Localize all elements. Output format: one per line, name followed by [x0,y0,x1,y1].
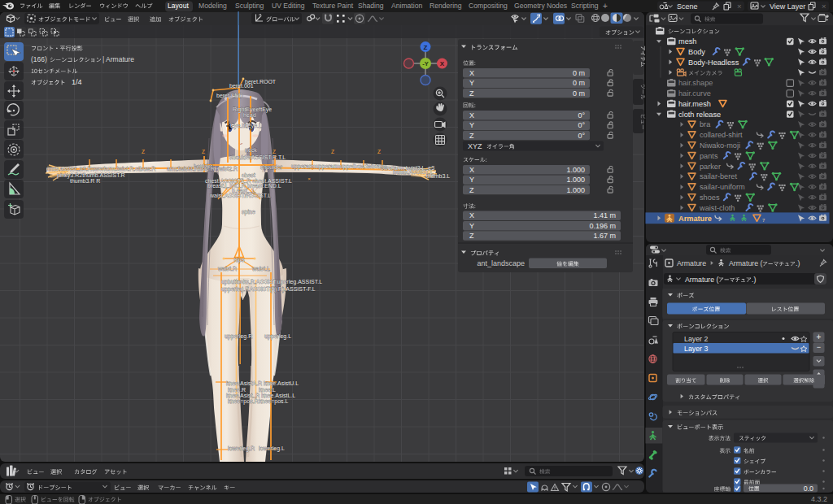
svg-text:Texture Paint: Texture Paint [312,2,354,10]
svg-text:4.3.2: 4.3.2 [811,495,827,503]
svg-text:Compositing: Compositing [469,2,508,10]
svg-text:0°: 0° [578,111,585,119]
svg-text:knee=pos.R: knee=pos.R [228,398,259,405]
svg-text:Z: Z [377,149,381,154]
svg-text:parker: parker [700,163,721,171]
svg-text:X: X [469,69,474,77]
svg-text:Z: Z [273,149,276,154]
svg-text:upperarmupperarmuppelbow.twist: upperarmupperarmuppelbow.twistarm [291,163,387,170]
svg-text:Z: Z [469,232,474,240]
svg-text:arm:twist3.Rnst2.RHwist2.R: arm:twist3.Rnst2.RHwist2.R [167,166,238,172]
svg-text:shoulder: shoulder [260,164,283,170]
svg-text:lowerleg.L: lowerleg.L [259,445,285,452]
svg-text:Armature: Armature [678,215,712,223]
svg-text:Y: Y [469,222,474,230]
svg-text:Body: Body [688,48,705,56]
svg-text:.): .) [752,276,756,284]
svg-text:collared-shirt: collared-shirt [700,131,743,139]
svg-text:Niwako-moji: Niwako-moji [700,141,740,150]
svg-text:mesh: mesh [678,37,696,46]
svg-text:Armature (: Armature ( [729,259,763,267]
svg-text:Body-Headless: Body-Headless [688,59,739,67]
svg-text:1.67 m: 1.67 m [593,232,616,240]
svg-text:UV Editing: UV Editing [272,2,305,10]
svg-text:hair.curve: hair.curve [678,89,711,98]
svg-text:upperleg.R: upperleg.R [225,333,252,340]
svg-text:shoes: shoes [700,193,720,202]
svg-text:Sculpting: Sculpting [235,2,264,10]
svg-text:Armature (: Armature ( [685,276,719,284]
svg-text:+: + [817,332,822,341]
svg-text:×: × [822,2,826,11]
svg-text:Scripting: Scripting [571,2,599,10]
svg-text:Z: Z [331,149,334,154]
svg-text:×: × [307,176,311,181]
svg-text:Y: Y [469,121,474,129]
svg-text:upperleg.F.ASSIST(5).R).ASSIST: upperleg.F.ASSIST(5).R).ASSIST-F.L [221,286,316,293]
svg-text:X: X [469,211,474,219]
svg-text:0.196 m: 0.196 m [589,222,616,230]
svg-text:0°: 0° [578,132,585,140]
svg-text:thumb3.R R: thumb3.R R [70,178,100,184]
svg-text:t.Eye.L: t.Eye.L [244,123,262,129]
svg-text:shoulderASSIST.R.T.L: shoulderASSIST.R.T.L [229,154,286,160]
svg-text:−: − [817,343,821,351]
svg-text:Z: Z [469,186,474,194]
svg-text:ant_landscape: ant_landscape [477,259,525,267]
svg-text:pants: pants [700,152,718,160]
svg-text:Z: Z [469,89,474,98]
svg-text:Modeling: Modeling [198,2,227,10]
svg-text:beret.001: beret.001 [229,83,254,89]
svg-text:waist.ASSIST/RSSIST.L: waist.ASSIST/RSSIST.L [209,193,271,198]
svg-text:bra: bra [700,120,711,128]
svg-text:X: X [469,111,474,119]
svg-text:lowerleg.R: lowerleg.R [228,445,255,452]
svg-text:Y: Y [469,79,474,87]
svg-text:0 m: 0 m [573,79,585,87]
svg-text:upperleg.L: upperleg.L [264,333,291,340]
svg-text:1.000: 1.000 [566,186,585,194]
svg-text:0 m: 0 m [573,69,585,77]
svg-text:knee.L: knee.L [259,387,276,393]
svg-text:Layer 3: Layer 3 [684,345,708,353]
svg-text:+: + [603,2,608,11]
svg-text:knee.Asist..R knee.AsistL.L: knee.Asist..R knee.AsistL.L [226,393,295,398]
svg-text:Z: Z [469,132,474,140]
svg-text:×: × [737,2,742,11]
svg-text:1.000: 1.000 [566,176,585,184]
svg-text:Geometry Nodes: Geometry Nodes [514,2,567,10]
svg-text:XYZ: XYZ [468,142,482,150]
svg-text:knee.AsistA.R knee.AsistU.L: knee.AsistA.R knee.AsistU.L [226,380,299,386]
svg-text:0.0: 0.0 [804,484,813,493]
svg-text:sailar-uniform: sailar-uniform [700,183,745,191]
svg-text:Scene: Scene [677,2,698,11]
svg-text:hair.mesh: hair.mesh [678,100,711,108]
svg-text:waist-cloth: waist-cloth [699,204,735,212]
svg-text:-Y: -Y [422,60,429,67]
svg-text:1.000: 1.000 [566,166,585,174]
svg-text:beret.END: beret.END [216,93,243,98]
svg-text:View Layer: View Layer [770,2,805,11]
svg-text:knee.R: knee.R [228,387,246,393]
svg-text:.): .) [796,259,800,267]
svg-text:Y: Y [469,176,474,184]
svg-text:0°: 0° [578,121,585,129]
svg-text:sailar-beret: sailar-beret [700,172,737,180]
svg-text:0 m: 0 m [573,89,585,98]
svg-text:| Armature: | Armature [102,55,134,63]
svg-text:X: X [440,60,445,67]
svg-text:hips: hips [234,257,245,263]
svg-text:nnds.assvst..n3.Rowerlarm.twis: nnds.assvst..n3.Rowerlarm.twist.R.elbow.… [46,166,155,172]
svg-text:Shading: Shading [358,2,384,10]
svg-text:hair.shape: hair.shape [678,79,713,87]
svg-text:Z: Z [142,149,145,154]
svg-text:spine: spine [242,209,255,215]
svg-text:upbuttocks.R.ASSIST.uperleg.AS: upbuttocks.R.ASSIST.uperleg.ASSIST.L [221,279,322,285]
svg-text:Rendering: Rendering [430,2,462,10]
svg-text:Animation: Animation [391,2,422,10]
svg-text:Layer 2: Layer 2 [684,335,708,343]
svg-text:chest: chest [242,172,255,178]
svg-text:head: head [243,112,256,118]
svg-text:Z: Z [202,149,205,154]
svg-text:Z: Z [424,44,428,51]
